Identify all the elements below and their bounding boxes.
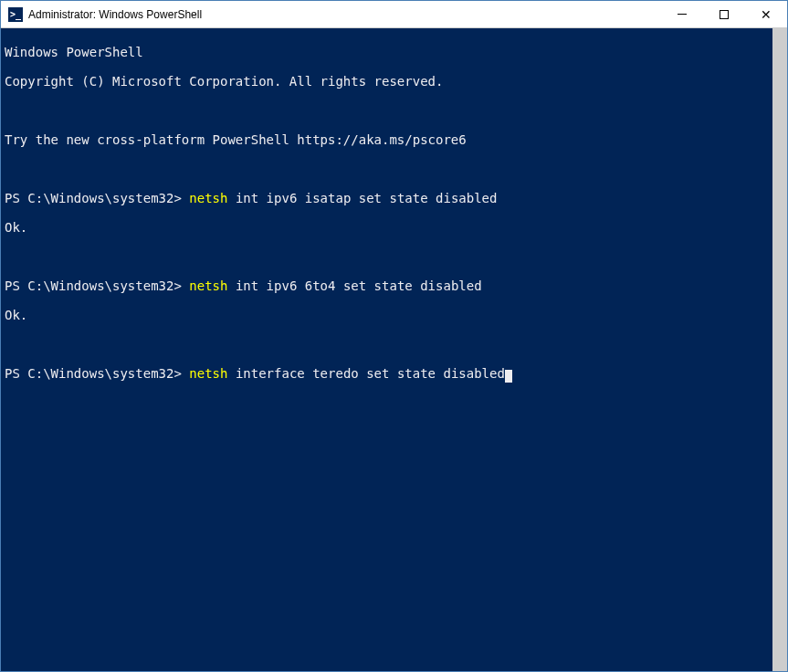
scrollbar-thumb[interactable] — [772, 28, 787, 671]
window-title: Administrator: Windows PowerShell — [28, 8, 661, 21]
maximize-icon — [720, 10, 729, 19]
scrollbar[interactable] — [772, 28, 787, 671]
command-name: netsh — [189, 366, 227, 381]
command-name: netsh — [189, 191, 227, 205]
output-line: Ok. — [5, 308, 769, 322]
banner-line: Try the new cross-platform PowerShell ht… — [5, 132, 769, 147]
output-line: Ok. — [5, 220, 769, 235]
command-args: int ipv6 isatap set state disabled — [227, 191, 497, 205]
prompt: PS C:\Windows\system32> — [5, 278, 189, 293]
close-icon: ✕ — [761, 8, 772, 21]
command-args: int ipv6 6to4 set state disabled — [227, 278, 481, 293]
command-line: PS C:\Windows\system32> netsh int ipv6 6… — [5, 278, 769, 293]
powershell-icon: >_ — [8, 7, 23, 22]
banner-line: Windows PowerShell — [5, 45, 769, 59]
close-button[interactable]: ✕ — [745, 1, 787, 27]
titlebar[interactable]: >_ Administrator: Windows PowerShell ✕ — [1, 1, 787, 28]
command-name: netsh — [189, 278, 227, 293]
prompt: PS C:\Windows\system32> — [5, 366, 189, 381]
maximize-button[interactable] — [703, 1, 745, 27]
minimize-icon — [678, 14, 687, 15]
prompt: PS C:\Windows\system32> — [5, 191, 189, 205]
current-command-line: PS C:\Windows\system32> netsh interface … — [5, 366, 769, 381]
powershell-window: >_ Administrator: Windows PowerShell ✕ W… — [0, 0, 788, 672]
banner-line: Copyright (C) Microsoft Corporation. All… — [5, 74, 769, 89]
terminal[interactable]: Windows PowerShell Copyright (C) Microso… — [1, 28, 772, 671]
minimize-button[interactable] — [661, 1, 703, 27]
terminal-area: Windows PowerShell Copyright (C) Microso… — [1, 28, 787, 671]
command-line: PS C:\Windows\system32> netsh int ipv6 i… — [5, 191, 769, 205]
command-args: interface teredo set state disabled — [227, 366, 504, 381]
cursor — [505, 370, 512, 383]
